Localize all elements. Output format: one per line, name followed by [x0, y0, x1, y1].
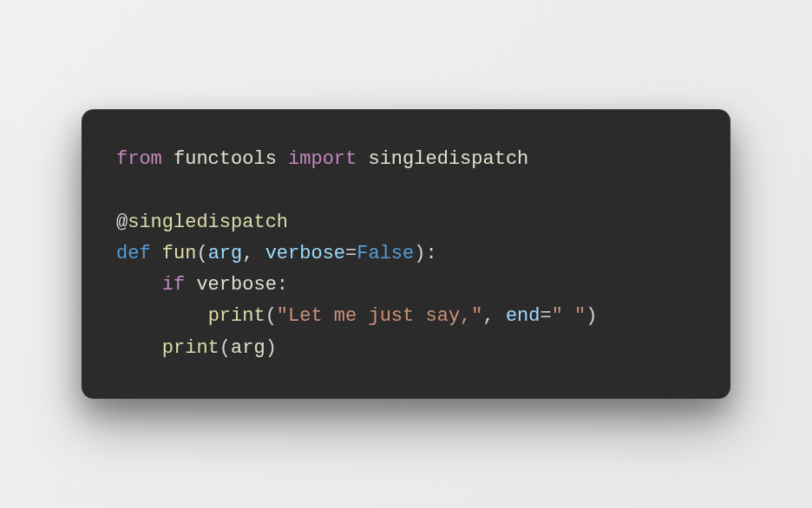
code-content: from functools import singledispatch @si… [116, 144, 696, 364]
comma: , [482, 305, 505, 327]
keyword-from: from [116, 148, 162, 170]
indent [116, 305, 208, 327]
arg-name: arg [231, 337, 265, 359]
param-verbose: verbose [265, 243, 345, 264]
condition: verbose [196, 274, 276, 296]
indent [116, 274, 162, 296]
string-literal: " " [552, 305, 586, 327]
module-name: functools [174, 148, 277, 170]
paren-close: ) [414, 243, 425, 264]
keyword-def: def [116, 243, 151, 264]
colon: : [277, 274, 288, 296]
colon: : [425, 243, 436, 264]
decorator-name: singledispatch [128, 212, 288, 233]
paren-open: ( [219, 337, 231, 359]
paren-open: ( [196, 243, 207, 264]
function-name: fun [162, 243, 197, 264]
builtin-print: print [208, 305, 265, 327]
paren-close: ) [265, 337, 277, 359]
paren-close: ) [586, 305, 597, 327]
equals: = [540, 305, 552, 327]
comma: , [242, 243, 265, 264]
kwarg-end: end [506, 305, 540, 327]
builtin-print: print [162, 337, 219, 359]
import-name: singledispatch [368, 148, 528, 170]
string-literal: "Let me just say," [277, 305, 483, 327]
indent [116, 337, 162, 359]
param-arg: arg [208, 243, 243, 264]
decorator-at: @ [116, 212, 128, 233]
equals: = [345, 243, 357, 264]
code-block: from functools import singledispatch @si… [82, 109, 730, 399]
const-false: False [357, 243, 414, 264]
paren-open: ( [265, 305, 277, 327]
keyword-if: if [162, 274, 185, 296]
keyword-import: import [288, 148, 357, 170]
